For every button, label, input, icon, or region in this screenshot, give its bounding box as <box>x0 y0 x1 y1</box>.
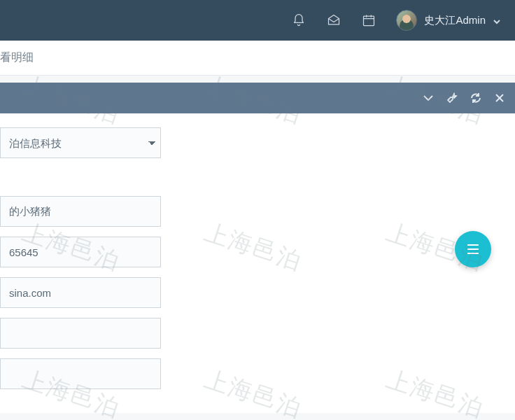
field-email[interactable] <box>0 277 161 308</box>
calendar-icon[interactable] <box>361 13 376 28</box>
breadcrumb-tail: 看明细 <box>0 51 34 63</box>
close-icon[interactable] <box>494 92 505 104</box>
breadcrumb: 看明细 <box>0 41 515 76</box>
fab-menu-button[interactable] <box>455 231 491 267</box>
user-name-label: 史大江Admin <box>424 14 486 27</box>
bell-icon[interactable] <box>291 13 306 28</box>
form-area: 泊信息科技 <box>0 113 515 413</box>
field-extra-1[interactable] <box>0 318 161 349</box>
refresh-icon[interactable] <box>470 92 481 104</box>
user-menu[interactable]: 史大江Admin <box>396 10 501 31</box>
avatar <box>396 10 417 31</box>
top-bar: 史大江Admin <box>0 0 515 41</box>
company-select[interactable]: 泊信息科技 <box>0 127 161 158</box>
envelope-open-icon[interactable] <box>326 13 341 28</box>
panel-header <box>0 83 515 113</box>
field-nickname[interactable] <box>0 196 161 227</box>
svg-rect-0 <box>364 16 374 25</box>
dropdown-tool-icon[interactable] <box>423 92 434 104</box>
chevron-down-icon <box>493 16 501 24</box>
field-extra-2[interactable] <box>0 358 161 389</box>
wrench-icon[interactable] <box>446 92 458 104</box>
field-number[interactable] <box>0 237 161 267</box>
